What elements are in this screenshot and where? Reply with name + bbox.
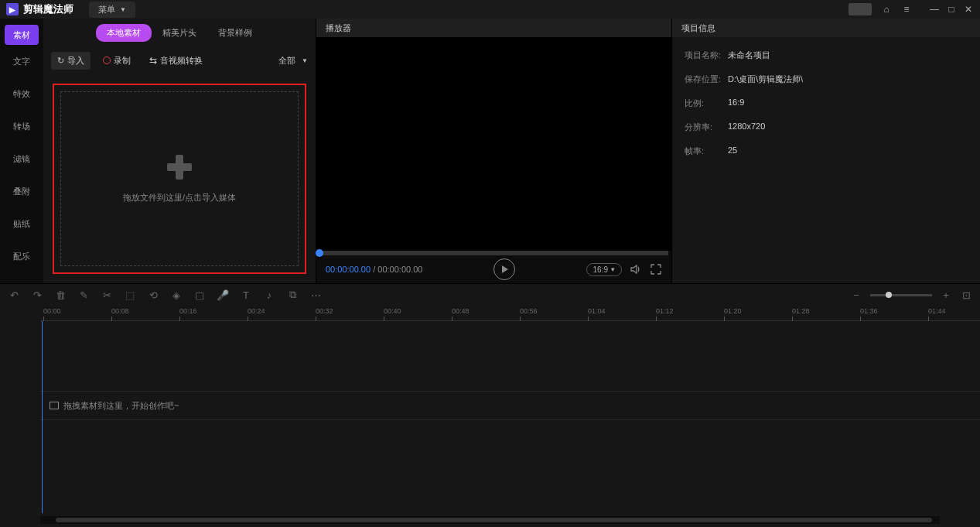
aspect-ratio-dropdown[interactable]: 16:9 — [586, 263, 622, 276]
info-label: 分辨率: — [685, 121, 728, 133]
player-seek-handle[interactable] — [316, 249, 323, 257]
side-tab-sticker[interactable]: 贴纸 — [0, 207, 43, 240]
fullscreen-icon[interactable] — [650, 263, 662, 275]
time-current: 00:00:00.00 — [326, 265, 370, 274]
filter-label: 全部 — [278, 55, 295, 67]
drop-zone-container: 拖放文件到这里/点击导入媒体 — [43, 74, 316, 283]
split-icon[interactable]: ✂ — [101, 289, 113, 301]
side-tab-transition[interactable]: 转场 — [0, 110, 43, 142]
menu-button[interactable]: 菜单 — [89, 2, 135, 18]
time-display: 00:00:00.00 / 00:00:00.00 — [326, 265, 422, 274]
timeline-scroll-thumb[interactable] — [56, 518, 932, 522]
side-tab-text[interactable]: 文字 — [0, 45, 43, 77]
side-tab-filter[interactable]: 滤镜 — [0, 142, 43, 175]
music-tool-icon[interactable]: ♪ — [263, 289, 275, 301]
player-panel: 播放器 00:00:00.00 / 00:00:00.00 16:9 — [316, 19, 671, 283]
plus-icon — [167, 155, 192, 180]
info-rows: 项目名称:未命名项目 保存位置:D:\桌面\剪辑魔法师\ 比例:16:9 分辨率… — [672, 37, 980, 182]
record-button[interactable]: 录制 — [97, 52, 137, 70]
titlebar-action-button[interactable] — [849, 3, 872, 15]
edit-icon[interactable]: ✎ — [77, 289, 90, 301]
rotate-icon[interactable]: ⟲ — [147, 289, 159, 301]
snapshot-icon[interactable]: ▢ — [193, 289, 206, 301]
sub-tab-local[interactable]: 本地素材 — [96, 24, 152, 42]
side-tab-material[interactable]: 素材 — [5, 25, 39, 45]
zoom-slider[interactable] — [870, 294, 932, 296]
side-tabs: 素材 文字 特效 转场 滤镜 叠附 贴纸 配乐 — [0, 19, 43, 283]
more-icon[interactable]: ⋯ — [309, 289, 322, 301]
track-hint: 拖拽素材到这里，开始创作吧~ — [63, 400, 179, 412]
convert-label: 音视频转换 — [160, 55, 203, 67]
record-icon — [103, 56, 111, 64]
undo-icon[interactable]: ↶ — [8, 289, 20, 301]
text-tool-icon[interactable]: T — [240, 289, 252, 301]
main-area: 素材 文字 特效 转场 滤镜 叠附 贴纸 配乐 本地素材 精美片头 背景样例 ↻… — [0, 19, 980, 283]
app-title: 剪辑魔法师 — [23, 2, 73, 16]
ruler-tick: 00:08 — [111, 307, 129, 315]
ruler-tick: 00:16 — [179, 307, 197, 315]
home-icon[interactable]: ⌂ — [881, 4, 892, 15]
side-tab-overlay[interactable]: 叠附 — [0, 175, 43, 207]
import-icon: ↻ — [57, 56, 64, 66]
info-header: 项目信息 — [672, 19, 980, 37]
player-header: 播放器 — [316, 19, 671, 37]
play-button[interactable] — [493, 258, 515, 280]
info-row-ratio: 比例:16:9 — [685, 98, 968, 109]
close-icon[interactable]: ✕ — [963, 4, 974, 15]
side-tab-effects[interactable]: 特效 — [0, 77, 43, 110]
record-label: 录制 — [114, 55, 131, 67]
side-tab-music[interactable]: 配乐 — [0, 240, 43, 272]
track-icon — [50, 402, 59, 409]
media-panel: 本地素材 精美片头 背景样例 ↻ 导入 录制 ⇆ 音视频转换 全部 — [43, 19, 316, 283]
ruler-tick: 01:12 — [656, 307, 674, 315]
zoom-thumb[interactable] — [886, 292, 892, 298]
time-total: 00:00:00.00 — [377, 265, 422, 274]
delete-icon[interactable]: 🗑 — [54, 289, 67, 301]
aspect-ratio-label: 16:9 — [593, 265, 608, 274]
info-label: 帧率: — [685, 145, 728, 157]
zoom-in-icon[interactable]: + — [940, 289, 952, 301]
sub-tab-intro[interactable]: 精美片头 — [152, 24, 207, 42]
voice-icon[interactable]: 🎤 — [217, 289, 229, 301]
import-label: 导入 — [67, 55, 84, 67]
convert-icon: ⇆ — [149, 55, 157, 66]
media-toolbar: ↻ 导入 录制 ⇆ 音视频转换 全部 — [43, 46, 316, 74]
info-value: D:\桌面\剪辑魔法师\ — [728, 74, 803, 85]
settings-lines-icon[interactable]: ≡ — [901, 4, 912, 15]
crop-icon[interactable]: ⬚ — [124, 289, 136, 301]
info-value: 16:9 — [728, 98, 744, 109]
menu-label: 菜单 — [98, 4, 115, 15]
copy-icon[interactable]: ⧉ — [286, 289, 299, 301]
ruler-tick: 01:36 — [860, 307, 878, 315]
player-seek-bar[interactable] — [319, 251, 668, 255]
minimize-icon[interactable]: — — [929, 4, 940, 15]
redo-icon[interactable]: ↷ — [31, 289, 43, 301]
convert-button[interactable]: ⇆ 音视频转换 — [143, 52, 209, 70]
import-button[interactable]: ↻ 导入 — [51, 52, 90, 70]
drop-zone-text: 拖放文件到这里/点击导入媒体 — [123, 192, 236, 204]
playhead[interactable] — [42, 321, 43, 513]
fit-icon[interactable]: ⊡ — [960, 289, 972, 301]
info-label: 保存位置: — [685, 74, 728, 85]
sub-tab-background[interactable]: 背景样例 — [207, 24, 263, 42]
timeline-tracks[interactable]: 拖拽素材到这里，开始创作吧~ — [40, 321, 980, 513]
timeline: ↶ ↷ 🗑 ✎ ✂ ⬚ ⟲ ◈ ▢ 🎤 T ♪ ⧉ ⋯ − + ⊡ 00:000… — [0, 283, 980, 527]
drop-zone[interactable]: 拖放文件到这里/点击导入媒体 — [60, 91, 299, 266]
timeline-ruler[interactable]: 00:0000:0800:1600:2400:3200:4000:4800:56… — [40, 306, 980, 321]
timeline-toolbar: ↶ ↷ 🗑 ✎ ✂ ⬚ ⟲ ◈ ▢ 🎤 T ♪ ⧉ ⋯ − + ⊡ — [0, 284, 980, 306]
info-label: 项目名称: — [685, 50, 728, 61]
volume-icon[interactable] — [630, 263, 642, 275]
info-panel: 项目信息 项目名称:未命名项目 保存位置:D:\桌面\剪辑魔法师\ 比例:16:… — [671, 19, 980, 283]
info-label: 比例: — [685, 98, 728, 109]
player-viewport[interactable] — [316, 37, 671, 251]
ruler-tick: 00:56 — [520, 307, 538, 315]
marker-icon[interactable]: ◈ — [170, 289, 183, 301]
zoom-out-icon[interactable]: − — [850, 289, 862, 301]
ruler-tick: 00:24 — [248, 307, 265, 315]
timeline-scrollbar[interactable] — [40, 516, 940, 524]
maximize-icon[interactable]: □ — [946, 4, 957, 15]
main-track[interactable]: 拖拽素材到这里，开始创作吧~ — [40, 391, 980, 420]
ruler-tick: 01:44 — [928, 307, 946, 315]
filter-dropdown[interactable]: 全部 — [278, 55, 308, 67]
info-row-name: 项目名称:未命名项目 — [685, 50, 968, 61]
